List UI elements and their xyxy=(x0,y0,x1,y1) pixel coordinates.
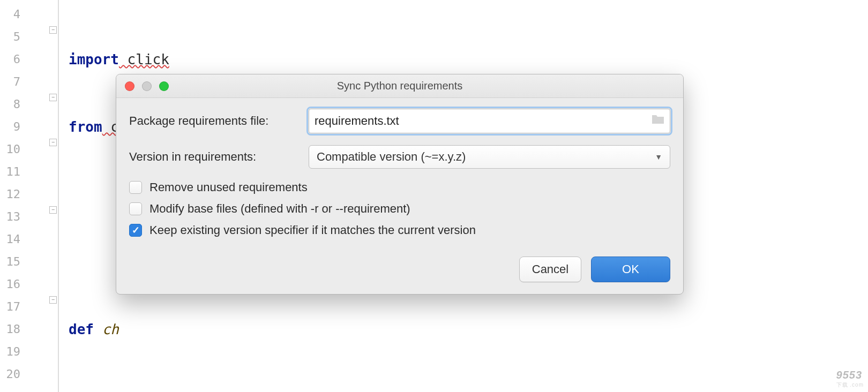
chevron-down-icon: ▼ xyxy=(655,153,662,161)
line-number: 8 xyxy=(0,93,20,116)
version-select[interactable]: Compatible version (~=x.y.z) ▼ xyxy=(309,145,670,169)
line-number: 20 xyxy=(0,363,20,386)
line-number: 13 xyxy=(0,206,20,228)
watermark-text: 9553 xyxy=(836,369,863,381)
line-number: 16 xyxy=(0,273,20,296)
code-line: co xyxy=(69,386,429,392)
line-number: 19 xyxy=(0,341,20,363)
modify-base-label: Modify base files (defined with -r or --… xyxy=(149,202,410,216)
watermark: 9553 下载 .com xyxy=(836,369,864,389)
modify-base-row[interactable]: Modify base files (defined with -r or --… xyxy=(129,202,670,216)
fold-marker-icon[interactable]: − xyxy=(49,206,57,214)
keep-existing-checkbox[interactable] xyxy=(129,224,142,237)
keep-existing-row[interactable]: Keep existing version specifier if it ma… xyxy=(129,223,670,237)
remove-unused-label: Remove unused requirements xyxy=(149,180,308,194)
dialog-body: Package requirements file: Version in re… xyxy=(116,98,683,250)
line-number: 14 xyxy=(0,228,20,251)
line-number: 10 xyxy=(0,138,20,161)
code-line: def ch xyxy=(69,318,429,341)
keep-existing-label: Keep existing version specifier if it ma… xyxy=(149,223,476,237)
ok-button[interactable]: OK xyxy=(591,257,670,282)
version-select-value: Compatible version (~=x.y.z) xyxy=(317,150,466,164)
line-number: 11 xyxy=(0,161,20,183)
file-row: Package requirements file: xyxy=(129,109,670,133)
cancel-button[interactable]: Cancel xyxy=(519,257,581,282)
line-number-gutter: 4 5 6 7 8 9 10 11 12 13 14 15 16 17 18 1… xyxy=(0,0,59,392)
line-number: 9 xyxy=(0,116,20,138)
line-number: 17 xyxy=(0,296,20,318)
dialog-titlebar[interactable]: Sync Python requirements xyxy=(116,74,683,98)
dialog-footer: Cancel OK xyxy=(116,250,683,294)
line-number: 5 xyxy=(0,26,20,48)
code-line: import click xyxy=(69,48,429,71)
fold-marker-icon[interactable]: − xyxy=(49,26,57,34)
fold-marker-icon[interactable]: − xyxy=(49,296,57,304)
watermark-sub: 下载 .com xyxy=(836,381,864,389)
remove-unused-checkbox[interactable] xyxy=(129,181,142,194)
requirements-file-label: Package requirements file: xyxy=(129,114,309,128)
remove-unused-row[interactable]: Remove unused requirements xyxy=(129,180,670,194)
dialog-title: Sync Python requirements xyxy=(116,80,683,92)
line-number: 18 xyxy=(0,318,20,341)
line-number: 4 xyxy=(0,3,20,26)
line-number: 15 xyxy=(0,251,20,273)
line-number: 12 xyxy=(0,183,20,206)
line-number: 7 xyxy=(0,71,20,93)
fold-marker-icon[interactable]: − xyxy=(49,139,57,146)
version-row: Version in requirements: Compatible vers… xyxy=(129,145,670,169)
requirements-file-input[interactable] xyxy=(309,109,670,133)
sync-requirements-dialog: Sync Python requirements Package require… xyxy=(116,74,684,295)
modify-base-checkbox[interactable] xyxy=(129,202,142,215)
browse-folder-icon[interactable] xyxy=(651,114,665,128)
line-number: 6 xyxy=(0,48,20,71)
version-label: Version in requirements: xyxy=(129,150,309,164)
fold-marker-icon[interactable]: − xyxy=(49,94,57,101)
